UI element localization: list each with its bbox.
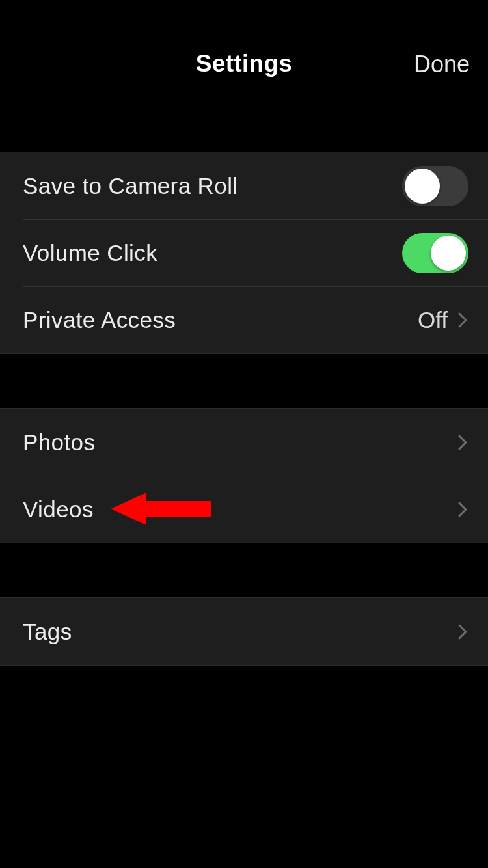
navbar: Settings Done <box>0 0 488 98</box>
row-label: Private Access <box>23 307 176 333</box>
toggle-volume-click[interactable] <box>402 233 468 273</box>
row-right: Off <box>418 307 468 333</box>
chevron-right-icon <box>457 310 468 330</box>
row-label: Videos <box>23 496 94 522</box>
toggle-save-camera-roll[interactable] <box>402 166 468 206</box>
chevron-right-icon <box>457 433 468 452</box>
row-save-camera-roll[interactable]: Save to Camera Roll <box>0 152 488 219</box>
toggle-knob <box>405 169 440 204</box>
row-right <box>454 622 468 642</box>
row-private-access[interactable]: Private Access Off <box>0 286 488 353</box>
row-label: Tags <box>23 619 72 645</box>
chevron-right-icon <box>457 500 468 519</box>
row-label: Save to Camera Roll <box>23 173 238 199</box>
row-volume-click[interactable]: Volume Click <box>0 219 488 286</box>
settings-group-tags: Tags <box>0 597 488 666</box>
row-right <box>454 500 468 519</box>
row-videos[interactable]: Videos <box>0 476 488 543</box>
private-access-value: Off <box>418 307 448 333</box>
row-tags[interactable]: Tags <box>0 598 488 665</box>
row-label: Volume Click <box>23 240 157 266</box>
row-right <box>454 433 468 452</box>
chevron-right-icon <box>457 622 468 642</box>
page-title: Settings <box>196 50 292 77</box>
settings-group-general: Save to Camera Roll Volume Click Private… <box>0 152 488 354</box>
toggle-knob <box>431 236 466 271</box>
row-label: Photos <box>23 429 95 455</box>
row-photos[interactable]: Photos <box>0 409 488 476</box>
done-button[interactable]: Done <box>414 51 470 78</box>
settings-group-media: Photos Videos <box>0 408 488 543</box>
